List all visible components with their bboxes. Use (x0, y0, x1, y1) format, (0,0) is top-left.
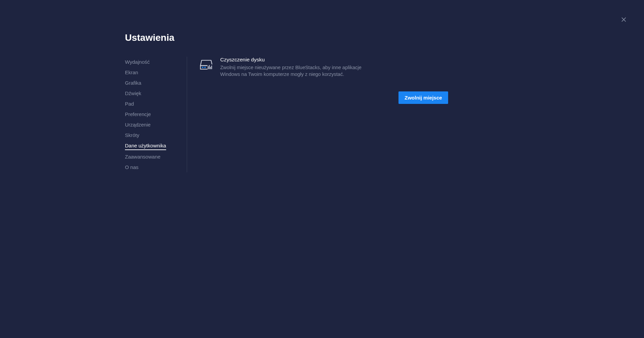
free-space-button[interactable]: Zwolnij miejsce (398, 91, 448, 104)
svg-rect-4 (204, 67, 206, 68)
disk-cleanup-icon (199, 57, 213, 72)
sidebar-item-device[interactable]: Urządzenie (125, 119, 151, 130)
sidebar-item-sound[interactable]: Dźwięk (125, 88, 141, 98)
disk-cleanup-description: Zwolnij miejsce nieużywane przez BlueSta… (220, 64, 379, 78)
page-title: Ustawienia (125, 32, 644, 43)
sidebar-item-preferences[interactable]: Preferencje (125, 109, 151, 119)
disk-cleanup-title: Czyszczenie dysku (220, 57, 379, 63)
svg-rect-3 (202, 67, 203, 68)
sidebar-item-advanced[interactable]: Zaawansowane (125, 151, 160, 162)
sidebar-item-user-data[interactable]: Dane użytkownika (125, 140, 166, 150)
sidebar-item-graphics[interactable]: Grafika (125, 78, 141, 88)
close-button[interactable] (620, 16, 627, 23)
sidebar: Wydajność Ekran Grafika Dźwięk Pad Prefe… (125, 57, 187, 172)
sidebar-item-performance[interactable]: Wydajność (125, 57, 150, 67)
close-icon (620, 16, 627, 23)
sidebar-item-pad[interactable]: Pad (125, 98, 134, 109)
sidebar-item-shortcuts[interactable]: Skróty (125, 130, 139, 140)
sidebar-item-screen[interactable]: Ekran (125, 67, 138, 78)
main-content: Czyszczenie dysku Zwolnij miejsce nieuży… (187, 57, 448, 172)
disk-cleanup-section: Czyszczenie dysku Zwolnij miejsce nieuży… (199, 57, 448, 78)
sidebar-item-about[interactable]: O nas (125, 162, 138, 172)
